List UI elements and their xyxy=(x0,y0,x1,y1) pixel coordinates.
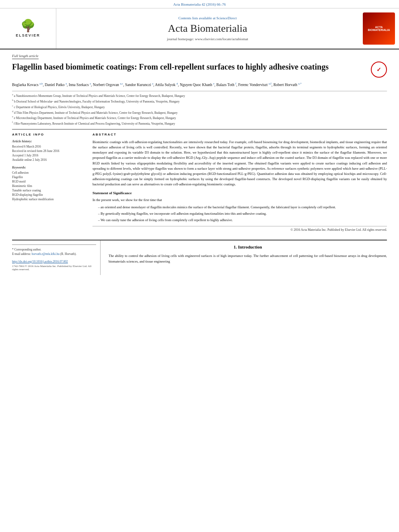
keyword-3: RGD motif xyxy=(12,180,84,183)
elsevier-logo: 🌳 ELSEVIER xyxy=(6,14,50,43)
keyword-7: Hydrophobic surface modification xyxy=(12,197,84,201)
sciencedirect-text: Contents lists available at ScienceDirec… xyxy=(179,16,237,20)
article-info-column: Article Info Article history: Received 6… xyxy=(12,133,84,232)
email-line: E-mail address: horvath.r@mfa.kfki.hu (R… xyxy=(12,252,96,256)
affiliation-f: f f Bio-Nanosystems Laboratory, Research… xyxy=(12,121,387,126)
article-body: Full length article Flagellin based biom… xyxy=(0,49,399,283)
keywords-label: Keywords: xyxy=(12,166,84,169)
elsevier-tree-icon: 🌳 xyxy=(21,20,35,32)
history-label: Article history: xyxy=(12,140,84,143)
sciencedirect-link-text[interactable]: ScienceDirect xyxy=(216,16,237,20)
journal-info-center: Contents lists available at ScienceDirec… xyxy=(56,8,359,49)
badge-line1: ACTA xyxy=(375,26,383,29)
statement-item-2: By genetically modifying flagellin, we i… xyxy=(101,211,387,216)
corresponding-label: * Corresponding author. xyxy=(12,247,96,252)
affiliation-c: c c Department of Biological Physics, Eö… xyxy=(12,104,387,109)
available-online-date: Available online 2 July 2016 xyxy=(12,158,84,162)
journal-header: 🌳 ELSEVIER Contents lists available at S… xyxy=(0,8,399,49)
affiliation-d: d d Thin Film Physics Department, Instit… xyxy=(12,110,387,115)
acta-biomaterialia-badge: ACTA BIOMATERIALIA xyxy=(363,12,395,45)
affiliation-a: a a Nanobiosensorics Momentum Group, Ins… xyxy=(12,93,387,98)
sciencedirect-label: Contents lists available at xyxy=(179,16,216,20)
license-section: 1742-7061/© 2016 Acta Materialia Inc. Pu… xyxy=(12,265,96,271)
homepage-url: journal homepage: www.elsevier.com/locat… xyxy=(167,37,248,41)
email-person: (R. Horvath). xyxy=(60,252,76,256)
badge-line2: BIOMATERIALIA xyxy=(368,29,390,31)
article-type-label: Full length article xyxy=(12,54,39,59)
statement-heading: Statement of Significance xyxy=(93,191,387,195)
article-history-block: Article history: Received 6 March 2016 R… xyxy=(12,140,84,162)
doi-link[interactable]: http://dx.doi.org/10.1016/j.actbio.2016.… xyxy=(12,260,68,263)
keywords-block: Keywords: Cell adhesion Flagellin RGD mo… xyxy=(12,166,84,201)
email-link[interactable]: horvath.r@mfa.kfki.hu xyxy=(32,252,60,256)
intro-title: Introduction xyxy=(238,244,262,249)
accepted-date: Accepted 1 July 2016 xyxy=(12,154,84,157)
keyword-6: RGD-displaying flagellin xyxy=(12,193,84,197)
elsevier-wordmark: ELSEVIER xyxy=(16,33,40,37)
keyword-4: Biomimetic film xyxy=(12,184,84,188)
abstract-text: Biomimetic coatings with cell-adhesion-r… xyxy=(93,140,387,187)
article-title-row: Flagellin based biomimetic coatings: Fro… xyxy=(12,62,387,78)
bottom-section: * Corresponding author. E-mail address: … xyxy=(12,240,387,275)
copyright-line: © 2016 Acta Materialia Inc. Published by… xyxy=(93,226,387,232)
crossmark-badge[interactable]: ✓ xyxy=(371,62,387,78)
two-column-section: Article Info Article history: Received 6… xyxy=(12,129,387,232)
keyword-2: Flagellin xyxy=(12,175,84,179)
revised-date: Received in revised form 28 June 2016 xyxy=(12,149,84,153)
abstract-column: Abstract Biomimetic coatings with cell-a… xyxy=(93,133,387,232)
citation-text: Acta Biomaterialia 42 (2016) 66–76 xyxy=(173,2,226,6)
authors-line: Boglarka Kovacs a,b, Daniel Patko a, Inn… xyxy=(12,82,387,88)
journal-title: Acta Biomaterialia xyxy=(168,23,247,35)
article-title: Flagellin based biomimetic coatings: Fro… xyxy=(12,62,371,72)
elsevier-logo-area: 🌳 ELSEVIER xyxy=(0,8,56,49)
affiliations: a a Nanobiosensorics Momentum Group, Ins… xyxy=(12,91,387,126)
intro-number: 1. xyxy=(234,244,237,249)
page: Acta Biomaterialia 42 (2016) 66–76 🌳 ELS… xyxy=(0,0,399,532)
keyword-5: Tunable surface coating xyxy=(12,189,84,192)
doi-section: http://dx.doi.org/10.1016/j.actbio.2016.… xyxy=(12,260,96,263)
introduction-column: 1. Introduction The ability to control t… xyxy=(101,240,387,275)
email-label: E-mail address: xyxy=(12,252,31,256)
affiliation-e: e e Microtechnology Department, Institut… xyxy=(12,115,387,120)
affiliation-b: b b Doctoral School of Molecular- and Na… xyxy=(12,99,387,104)
bottom-left-column: * Corresponding author. E-mail address: … xyxy=(12,240,101,275)
abstract-heading: Abstract xyxy=(93,133,387,136)
introduction-text: The ability to control the adhesion of l… xyxy=(109,253,387,264)
corresponding-author-section: * Corresponding author. E-mail address: … xyxy=(12,244,96,257)
top-citation: Acta Biomaterialia 42 (2016) 66–76 xyxy=(0,0,399,8)
statement-item-1: an oriented and dense monolayer of flage… xyxy=(101,205,387,210)
introduction-heading: 1. Introduction xyxy=(109,244,387,249)
received-date: Received 6 March 2016 xyxy=(12,145,84,148)
statement-item-3: We can easily tune the adhesion of livin… xyxy=(101,218,387,223)
article-info-heading: Article Info xyxy=(12,133,84,136)
keyword-1: Cell adhesion xyxy=(12,171,84,175)
abstract-paragraph-1: Biomimetic coatings with cell-adhesion-r… xyxy=(93,140,387,187)
statement-intro: In the present work, we show for the fir… xyxy=(93,197,387,203)
acta-badge-area: ACTA BIOMATERIALIA xyxy=(359,8,399,49)
statement-list: an oriented and dense monolayer of flage… xyxy=(101,205,387,223)
